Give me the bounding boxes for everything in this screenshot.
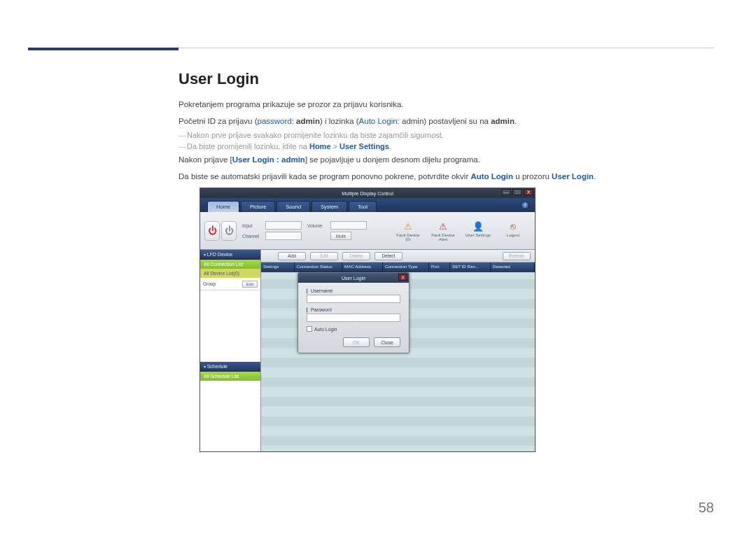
note-2: Da biste promijenili lozinku, idite na H… <box>178 142 714 150</box>
col-mac[interactable]: MAC Address <box>342 262 383 272</box>
tab-system[interactable]: System <box>312 201 347 212</box>
tab-sound[interactable]: Sound <box>276 201 310 212</box>
intro-1: Pokretanjem programa prikazuje se prozor… <box>178 98 714 112</box>
col-conn-status[interactable]: Connection Status <box>295 262 342 272</box>
password-label: Password <box>307 307 400 312</box>
col-setid[interactable]: SET ID Ran... <box>450 262 491 272</box>
mute-button[interactable]: Mute <box>330 232 351 240</box>
detect-button[interactable]: Detect <box>374 252 402 260</box>
channel-select[interactable] <box>265 232 302 240</box>
note-1: Nakon prve prijave svakako promijenite l… <box>178 131 714 139</box>
login-dialog: User Login X Username Password <box>298 272 410 353</box>
column-headers: Settings Connection Status MAC Address C… <box>261 262 535 272</box>
app-window: Multiple Display Control — □ X Home Pict… <box>200 188 536 452</box>
col-conn-type[interactable]: Connection Type <box>383 262 429 272</box>
sidebar-lfd-header[interactable]: LFD Device <box>200 250 260 260</box>
channel-label: Channel <box>242 234 263 239</box>
fault-alert-button[interactable]: ⚠Fault Device Alert <box>430 220 456 241</box>
power-off-button[interactable]: ⏻ <box>221 221 237 241</box>
window-close[interactable]: X <box>524 189 533 195</box>
login-dialog-close[interactable]: X <box>398 274 407 281</box>
header-accent <box>28 48 178 50</box>
ok-button[interactable]: OK <box>343 337 370 347</box>
delete-button[interactable]: Delete <box>342 252 370 260</box>
input-select[interactable] <box>265 221 302 230</box>
toolbar: ⏻ ⏻ Input Channel Volume Mute ⚠Fault Dev… <box>200 212 535 250</box>
volume-select[interactable] <box>330 221 367 230</box>
intro-4: Da biste se automatski prijavili kada se… <box>178 170 714 184</box>
user-icon: 👤 <box>472 220 484 232</box>
volume-label: Volume <box>307 223 328 228</box>
window-minimize[interactable]: — <box>501 189 511 195</box>
doc-content: User Login Pokretanjem programa prikazuj… <box>178 70 714 186</box>
sidebar-schedule-header[interactable]: Schedule <box>200 362 260 372</box>
action-bar: Add Edit Delete Detect Refresh <box>261 250 535 262</box>
sidebar-conn-list[interactable]: All Connection List <box>200 260 260 269</box>
login-dialog-title: User Login X <box>298 273 409 283</box>
add-button[interactable]: Add <box>278 252 306 260</box>
input-label: Input <box>242 223 263 228</box>
main-area: Add Edit Delete Detect Refresh Settings … <box>260 250 535 451</box>
auto-login-checkbox[interactable]: Auto Login <box>307 326 400 332</box>
fault-device-button[interactable]: ⚠Fault Device (0) <box>395 220 421 241</box>
group-edit-button[interactable]: Edit <box>242 281 258 288</box>
sidebar: LFD Device All Connection List All Devic… <box>200 250 260 451</box>
checkbox-icon <box>307 326 312 332</box>
tab-picture[interactable]: Picture <box>241 201 275 212</box>
page-number: 58 <box>699 500 714 516</box>
window-maximize[interactable]: □ <box>512 189 522 195</box>
tab-tool[interactable]: Tool <box>349 201 377 212</box>
main-tabs: Home Picture Sound System Tool ? <box>200 198 535 212</box>
close-button[interactable]: Close <box>374 337 400 347</box>
col-settings[interactable]: Settings <box>261 262 295 272</box>
intro-2: Početni ID za prijavu (password: admin) … <box>178 115 714 129</box>
warning-bell-icon: ⚠ <box>437 220 449 232</box>
sidebar-group-row: Group Edit <box>200 278 260 290</box>
intro-3: Nakon prijave [User Login : admin] se po… <box>178 153 714 167</box>
logout-icon: ⎋ <box>507 220 519 232</box>
refresh-button[interactable]: Refresh <box>503 252 531 260</box>
sidebar-device-list[interactable]: All Device List(0) <box>200 269 260 278</box>
col-port[interactable]: Port <box>429 262 450 272</box>
help-icon[interactable]: ? <box>521 201 529 209</box>
edit-button[interactable]: Edit <box>310 252 338 260</box>
password-input[interactable] <box>307 314 400 322</box>
group-label: Group <box>203 281 216 286</box>
username-input[interactable] <box>307 295 400 303</box>
warning-icon: ⚠ <box>402 220 414 232</box>
logout-button[interactable]: ⎋Logout <box>500 220 526 241</box>
page-title: User Login <box>178 70 714 88</box>
window-titlebar: Multiple Display Control — □ X <box>200 188 535 198</box>
window-title: Multiple Display Control <box>342 191 393 196</box>
power-on-button[interactable]: ⏻ <box>204 221 220 241</box>
sidebar-schedule-list[interactable]: All Schedule List <box>200 372 260 381</box>
tab-home[interactable]: Home <box>207 201 239 212</box>
col-detected[interactable]: Detected <box>491 262 535 272</box>
user-settings-button[interactable]: 👤User Settings <box>465 220 491 241</box>
username-label: Username <box>307 288 400 293</box>
